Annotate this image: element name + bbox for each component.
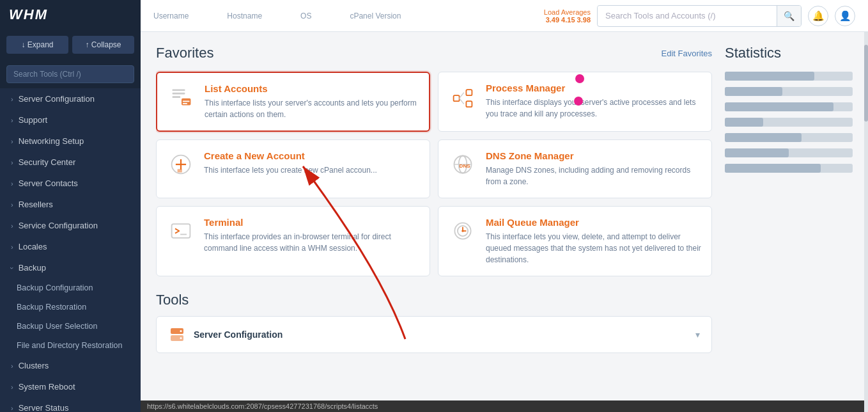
favorites-header: Favorites Edit Favorites	[156, 45, 712, 61]
sidebar-item-backup[interactable]: › Backup	[0, 257, 141, 278]
svg-rect-3	[182, 99, 190, 106]
tools-card-server-config[interactable]: Server Configuration ▾	[156, 316, 712, 353]
fav-card-terminal[interactable]: Terminal This interface provides an in-b…	[156, 206, 430, 276]
svg-rect-5	[183, 103, 187, 104]
sidebar-item-security[interactable]: › Security Center	[0, 152, 141, 173]
sidebar-item-server-status[interactable]: › Server Status	[0, 397, 141, 412]
mail-queue-title: Mail Queue Manager	[486, 217, 701, 228]
sidebar-item-locales[interactable]: › Locales	[0, 236, 141, 257]
mail-queue-icon	[449, 217, 477, 245]
process-manager-title: Process Manager	[486, 83, 701, 93]
fav-card-create-account[interactable]: Create a New Account This interface lets…	[156, 139, 430, 198]
list-accounts-text: List Accounts This interface lists your …	[205, 83, 419, 120]
chevron-down-icon: ›	[8, 267, 16, 269]
terminal-text: Terminal This interface provides an in-b…	[204, 217, 419, 254]
fav-card-dns-zone[interactable]: DNS DNS Zone Manager Manage DNS zones, i…	[438, 139, 712, 198]
topbar: Username Hostname OS cPanel Version Load…	[141, 0, 868, 32]
svg-line-9	[460, 93, 464, 99]
sidebar-button-row: ↓ Expand ↑ Collapse	[0, 29, 141, 60]
sidebar-search-area	[0, 60, 141, 88]
terminal-title: Terminal	[204, 217, 419, 228]
fav-card-mail-queue[interactable]: Mail Queue Manager This interface lets y…	[438, 206, 712, 276]
sidebar-sub-backup-config[interactable]: Backup Configuration	[0, 278, 141, 297]
main-area: Username Hostname OS cPanel Version Load…	[141, 0, 868, 412]
notifications-button[interactable]: 🔔	[808, 6, 828, 26]
stats-bar-7	[725, 164, 853, 173]
svg-point-29	[180, 337, 182, 339]
stats-title: Statistics	[725, 45, 853, 61]
tools-header: Tools	[156, 292, 712, 308]
load-averages-label: Load Averages	[544, 8, 591, 16]
sidebar-item-system-reboot[interactable]: › System Reboot	[0, 376, 141, 397]
col-os: OS	[300, 12, 311, 20]
svg-line-10	[460, 99, 464, 104]
edit-favorites-link[interactable]: Edit Favorites	[662, 49, 712, 58]
stats-bar-5	[725, 133, 853, 142]
topbar-right: Load Averages 3.49 4.15 3.98 🔍 🔔 👤	[544, 5, 855, 27]
sidebar-sub-file-restore[interactable]: File and Directory Restoration	[0, 336, 141, 355]
chevron-icon: ›	[11, 362, 13, 370]
statusbar-url: https://s6.whitelabelclouds.com:2087/cps…	[147, 402, 378, 410]
fav-card-list-accounts[interactable]: List Accounts This interface lists your …	[156, 72, 430, 132]
tools-chevron-icon: ▾	[695, 329, 700, 340]
stats-sidebar: Statistics	[725, 45, 853, 388]
sidebar-nav: › Server Configuration › Support › Netwo…	[0, 88, 141, 412]
account-button[interactable]: 👤	[835, 6, 855, 26]
sidebar-item-clusters[interactable]: › Clusters	[0, 355, 141, 376]
topbar-search-input[interactable]	[598, 6, 777, 25]
svg-rect-6	[454, 95, 460, 101]
sidebar-item-networking[interactable]: › Networking Setup	[0, 131, 141, 152]
sidebar-item-service-config[interactable]: › Service Configuration	[0, 215, 141, 236]
tools-section: Tools Server Configuration	[156, 292, 712, 353]
svg-point-28	[180, 330, 182, 332]
stats-bar-6	[725, 148, 853, 157]
sidebar-item-contacts[interactable]: › Server Contacts	[0, 173, 141, 194]
pink-dot-bottom	[574, 97, 583, 106]
sidebar-item-resellers[interactable]: › Resellers	[0, 194, 141, 215]
tools-title: Tools	[156, 292, 189, 308]
mail-queue-text: Mail Queue Manager This interface lets y…	[486, 217, 701, 265]
sidebar-search-input[interactable]	[6, 65, 134, 83]
chevron-icon: ›	[11, 95, 13, 103]
dns-zone-title: DNS Zone Manager	[486, 150, 701, 161]
col-cpanel-version: cPanel Version	[350, 12, 401, 20]
sidebar: WHM ↓ Expand ↑ Collapse › Server Configu…	[0, 0, 141, 412]
stats-bar-2	[725, 87, 853, 96]
dns-zone-desc: Manage DNS zones, including adding and r…	[486, 164, 701, 187]
chevron-icon: ›	[11, 201, 13, 209]
col-hostname: Hostname	[227, 12, 262, 20]
create-account-desc: This interface lets you create new cPane…	[204, 164, 377, 176]
sidebar-item-support[interactable]: › Support	[0, 109, 141, 131]
terminal-desc: This interface provides an in-browser te…	[204, 231, 419, 254]
process-manager-text: Process Manager This interface displays …	[486, 83, 701, 120]
svg-rect-7	[466, 90, 472, 95]
svg-rect-8	[466, 101, 472, 107]
expand-button[interactable]: ↓ Expand	[6, 36, 68, 54]
tools-card-left: Server Configuration	[168, 326, 283, 344]
stats-bar-1	[725, 72, 853, 81]
svg-rect-1	[173, 93, 185, 95]
sidebar-sub-backup-user[interactable]: Backup User Selection	[0, 317, 141, 336]
list-accounts-icon	[167, 83, 196, 111]
chevron-icon: ›	[11, 180, 13, 187]
tools-card-title: Server Configuration	[194, 329, 283, 340]
svg-rect-4	[183, 100, 190, 102]
svg-rect-14	[178, 169, 182, 172]
server-config-icon	[168, 326, 186, 344]
topbar-search-button[interactable]: 🔍	[777, 6, 801, 26]
sidebar-sub-backup-restore[interactable]: Backup Restoration	[0, 297, 141, 317]
chevron-icon: ›	[11, 138, 13, 145]
svg-rect-19	[172, 224, 190, 238]
dns-zone-icon: DNS	[449, 150, 477, 178]
svg-point-25	[461, 230, 464, 232]
sidebar-item-server-config[interactable]: › Server Configuration	[0, 88, 141, 109]
list-accounts-title: List Accounts	[205, 83, 419, 94]
svg-text:DNS: DNS	[460, 163, 471, 169]
load-values: 3.49 4.15 3.98	[544, 16, 591, 24]
create-account-title: Create a New Account	[204, 150, 377, 161]
create-account-icon	[167, 150, 195, 178]
sidebar-logo-area: WHM	[0, 0, 141, 29]
main-content: Favorites Edit Favorites	[156, 45, 712, 388]
col-username: Username	[153, 12, 189, 20]
collapse-button[interactable]: ↑ Collapse	[72, 36, 134, 54]
